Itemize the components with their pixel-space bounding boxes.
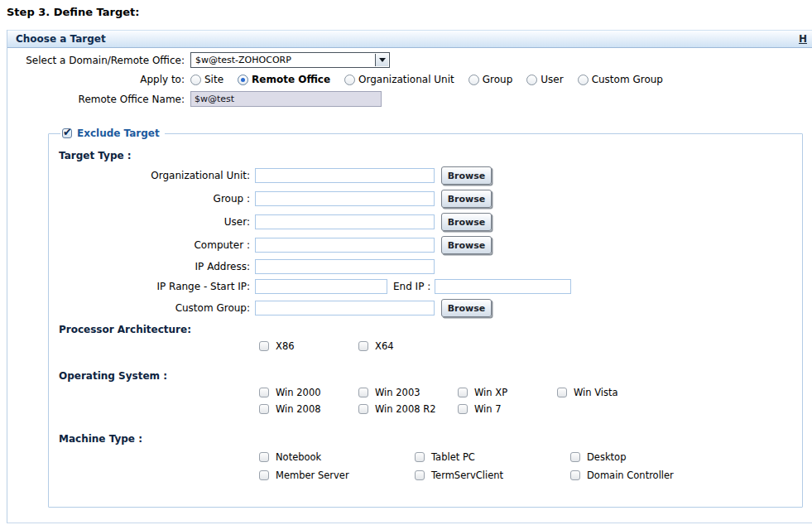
choose-target-panel: Choose a Target H Select a Domain/Remote…	[7, 30, 812, 523]
checkbox-icon	[259, 341, 269, 351]
computer-row: Computer : Browse	[59, 236, 802, 254]
checkbox-win-2008[interactable]: Win 2008	[259, 403, 358, 415]
user-row: User: Browse	[59, 213, 802, 231]
checkbox-icon	[259, 388, 269, 397]
radio-group[interactable]: Group	[468, 74, 513, 85]
checkbox-icon	[557, 388, 567, 397]
group-input[interactable]	[255, 191, 435, 206]
checkbox-domain-controller[interactable]: Domain Controller	[570, 470, 726, 481]
radio-remote-office[interactable]: Remote Office	[238, 74, 330, 85]
exclude-target-legend: Exclude Target	[60, 128, 165, 139]
page-title: Step 3. Define Target:	[7, 6, 140, 18]
checkbox-win-7[interactable]: Win 7	[458, 403, 557, 415]
checkbox-win-2003[interactable]: Win 2003	[358, 387, 458, 398]
checkbox-icon	[458, 388, 468, 397]
group-row: Group : Browse	[59, 190, 802, 208]
machine-type-heading: Machine Type :	[59, 433, 802, 445]
target-type-heading: Target Type :	[59, 150, 802, 161]
remote-office-name-row: Remote Office Name:	[7, 91, 812, 107]
computer-input[interactable]	[255, 238, 435, 253]
remote-office-name-label: Remote Office Name:	[7, 94, 190, 105]
checkbox-x86[interactable]: X86	[259, 340, 358, 352]
exclude-target-fieldset: Exclude Target Target Type : Organizatio…	[48, 128, 803, 508]
checkbox-win-xp[interactable]: Win XP	[458, 387, 557, 398]
ip-range-end-input[interactable]	[435, 279, 571, 294]
checkbox-termservclient[interactable]: TermServClient	[415, 470, 570, 481]
domain-row: Select a Domain/Remote Office: $w@test-Z…	[7, 52, 812, 68]
checkbox-x86-label: X86	[276, 340, 295, 352]
panel-body: Select a Domain/Remote Office: $w@test-Z…	[7, 48, 812, 508]
domain-select[interactable]: $w@test-ZOHOCORP	[190, 52, 390, 68]
apply-to-radio-group: Site Remote Office Organizational Unit G…	[190, 74, 663, 85]
computer-label: Computer :	[59, 239, 255, 251]
panel-header: Choose a Target H	[7, 30, 812, 48]
user-label: User:	[59, 216, 255, 228]
checkbox-tablet-pc-label: Tablet PC	[431, 451, 475, 463]
checkbox-icon	[458, 404, 468, 414]
machine-checkbox-row-2: Member Server TermServClient Domain Cont…	[259, 470, 802, 481]
ip-address-label: IP Address:	[59, 261, 255, 272]
organizational-unit-row: Organizational Unit: Browse	[59, 166, 802, 185]
checkbox-win-2000[interactable]: Win 2000	[259, 387, 358, 398]
checkbox-win-2000-label: Win 2000	[276, 387, 321, 398]
checkbox-icon	[259, 404, 269, 414]
checkbox-icon	[570, 470, 580, 480]
domain-select-value: $w@test-ZOHOCORP	[191, 55, 291, 65]
radio-site[interactable]: Site	[190, 74, 223, 85]
checkbox-win-2008-r2[interactable]: Win 2008 R2	[358, 403, 458, 415]
os-checkbox-row-2: Win 2008 Win 2008 R2 Win 7	[259, 403, 802, 415]
user-browse-button[interactable]: Browse	[441, 213, 492, 231]
ip-range-start-input[interactable]	[255, 279, 387, 294]
checkbox-desktop-label: Desktop	[587, 451, 626, 463]
exclude-target-checkbox[interactable]	[62, 128, 72, 138]
radio-icon	[578, 75, 589, 85]
checkbox-icon	[358, 388, 368, 397]
machine-checkbox-row-1: Notebook Tablet PC Desktop	[259, 451, 802, 463]
radio-user-label: User	[541, 74, 563, 85]
checkbox-win-vista[interactable]: Win Vista	[557, 387, 656, 398]
custom-group-browse-button[interactable]: Browse	[441, 299, 492, 317]
computer-browse-button[interactable]: Browse	[441, 236, 492, 254]
radio-icon	[190, 75, 201, 85]
checkbox-x64[interactable]: X64	[358, 340, 458, 352]
ip-range-start-label: IP Range - Start IP:	[59, 281, 255, 292]
custom-group-label: Custom Group:	[59, 302, 255, 314]
checkbox-member-server-label: Member Server	[276, 470, 349, 481]
processor-architecture-heading: Processor Architecture:	[59, 324, 802, 335]
checkbox-win-2003-label: Win 2003	[375, 387, 420, 398]
radio-icon	[526, 75, 537, 85]
radio-user[interactable]: User	[526, 74, 563, 85]
apply-to-label: Apply to:	[7, 74, 190, 85]
checkbox-desktop[interactable]: Desktop	[570, 451, 726, 463]
ip-range-row: IP Range - Start IP: End IP :	[59, 279, 802, 294]
organizational-unit-browse-button[interactable]: Browse	[441, 166, 492, 185]
checkbox-win-7-label: Win 7	[474, 403, 502, 415]
checkbox-termservclient-label: TermServClient	[431, 470, 503, 481]
checkbox-icon	[259, 470, 269, 480]
radio-icon	[468, 75, 479, 85]
checkbox-tablet-pc[interactable]: Tablet PC	[415, 451, 570, 463]
group-browse-button[interactable]: Browse	[441, 190, 492, 208]
apply-to-row: Apply to: Site Remote Office Organizatio…	[7, 74, 812, 85]
organizational-unit-input[interactable]	[255, 168, 435, 183]
ip-address-input[interactable]	[255, 259, 435, 274]
checkbox-notebook-label: Notebook	[276, 451, 321, 463]
checkbox-notebook[interactable]: Notebook	[259, 451, 415, 463]
organizational-unit-label: Organizational Unit:	[59, 170, 255, 181]
checkbox-win-xp-label: Win XP	[474, 387, 507, 398]
custom-group-input[interactable]	[255, 301, 435, 315]
radio-organizational-unit-label: Organizational Unit	[358, 74, 454, 85]
dropdown-arrow-button[interactable]	[375, 54, 388, 66]
group-label: Group :	[59, 193, 255, 205]
checkbox-win-2008-label: Win 2008	[276, 403, 321, 415]
chevron-down-icon	[379, 58, 386, 62]
checkbox-member-server[interactable]: Member Server	[259, 470, 415, 481]
checkbox-icon	[415, 452, 425, 462]
radio-organizational-unit[interactable]: Organizational Unit	[344, 74, 454, 85]
operating-system-heading: Operating System :	[59, 370, 802, 382]
user-input[interactable]	[255, 214, 435, 229]
checkbox-icon	[570, 452, 580, 462]
corner-link[interactable]: H	[799, 33, 807, 45]
ip-range-end-label: End IP :	[393, 281, 430, 292]
radio-custom-group[interactable]: Custom Group	[578, 74, 663, 85]
